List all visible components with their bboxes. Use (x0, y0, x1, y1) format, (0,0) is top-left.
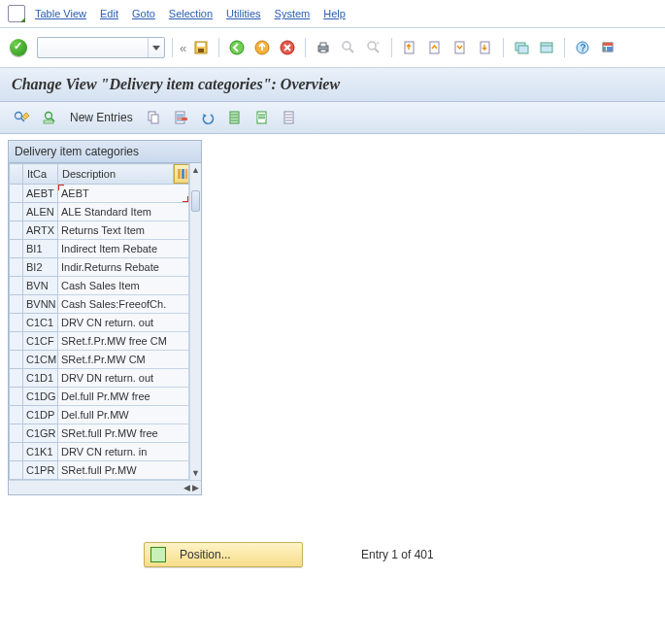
print-button[interactable] (313, 37, 334, 58)
row-selector[interactable] (10, 351, 23, 369)
cell-description[interactable]: DRV CN return. in (58, 443, 189, 461)
delete-button[interactable] (170, 107, 191, 128)
find-button[interactable] (338, 37, 359, 58)
menu-goto[interactable]: Goto (128, 8, 159, 19)
table-row[interactable]: ARTXReturns Text Item (10, 221, 189, 240)
cell-itca[interactable]: C1DG (23, 388, 58, 406)
customize-layout-button[interactable] (597, 37, 618, 58)
column-header-itca[interactable]: ItCa (23, 164, 58, 185)
row-selector[interactable] (10, 443, 23, 461)
enter-button[interactable] (10, 39, 27, 56)
row-selector[interactable] (10, 203, 23, 221)
table-row[interactable]: BVNCash Sales Item (10, 277, 189, 295)
new-entries-button[interactable]: New Entries (66, 111, 137, 124)
table-row[interactable]: C1GRSRet.full Pr.MW free (10, 424, 189, 443)
next-page-button[interactable] (449, 37, 471, 58)
cell-description[interactable]: SRet.full Pr.MW free (58, 424, 189, 443)
exit-button[interactable] (251, 37, 273, 58)
help-button[interactable]: ? (572, 37, 593, 58)
row-selector[interactable] (10, 185, 23, 203)
cell-itca[interactable]: C1CM (23, 351, 58, 369)
position-button[interactable]: Position... (144, 542, 303, 567)
cell-itca[interactable]: C1DP (23, 406, 58, 424)
horizontal-scrollbar[interactable]: ◀ ▶ (9, 480, 201, 494)
table-settings-button[interactable] (174, 164, 190, 184)
first-page-button[interactable] (399, 37, 420, 58)
table-row[interactable]: AEBTAEBT (10, 185, 189, 203)
cell-itca[interactable]: BI1 (23, 240, 58, 258)
table-row[interactable]: BVNNCash Sales:FreeofCh. (10, 295, 189, 314)
deselect-all-button[interactable] (279, 107, 300, 128)
cell-itca[interactable]: ALEN (23, 203, 58, 221)
cell-description[interactable]: SRet.f.Pr.MW free CM (58, 332, 189, 351)
menu-edit[interactable]: Edit (96, 8, 122, 19)
display-change-button[interactable] (12, 107, 33, 128)
table-row[interactable]: C1C1DRV CN return. out (10, 314, 189, 332)
cell-description[interactable]: Returns Text Item (58, 221, 189, 240)
cell-description[interactable]: DRV DN return. out (58, 369, 189, 388)
find-next-button[interactable]: + (363, 37, 384, 58)
table-row[interactable]: C1DGDel.full Pr.MW free (10, 388, 189, 406)
table-row[interactable]: C1D1DRV DN return. out (10, 369, 189, 388)
cell-itca[interactable]: AEBT (23, 185, 58, 203)
back-button[interactable] (226, 37, 248, 58)
vertical-scrollbar[interactable]: ▲ ▼ (189, 163, 201, 480)
row-selector[interactable] (10, 258, 23, 277)
row-selector[interactable] (10, 461, 23, 480)
menu-system[interactable]: System (271, 8, 315, 19)
cell-itca[interactable]: C1GR (23, 424, 58, 443)
row-selector[interactable] (10, 424, 23, 443)
menu-selection[interactable]: Selection (165, 8, 216, 19)
cell-description[interactable]: DRV CN return. out (58, 314, 189, 332)
generate-shortcut-button[interactable] (536, 37, 557, 58)
menu-utilities[interactable]: Utilities (222, 8, 264, 19)
cell-description[interactable]: AEBT (58, 185, 189, 203)
row-selector[interactable] (10, 332, 23, 351)
undo-button[interactable] (197, 107, 218, 128)
new-session-button[interactable] (511, 37, 532, 58)
cancel-button[interactable] (277, 37, 298, 58)
cell-description[interactable]: SRet.f.Pr.MW CM (58, 351, 189, 369)
scroll-right-button[interactable]: ▶ (192, 483, 199, 492)
select-block-button[interactable] (251, 107, 273, 128)
column-header-description[interactable]: Description (58, 164, 174, 185)
scroll-thumb[interactable] (191, 190, 200, 212)
cell-description[interactable]: Del.full Pr.MW free (58, 388, 189, 406)
table-row[interactable]: C1CFSRet.f.Pr.MW free CM (10, 332, 189, 351)
command-field[interactable] (37, 37, 165, 58)
find-button-app[interactable] (39, 107, 60, 128)
row-selector[interactable] (10, 240, 23, 258)
row-selector[interactable] (10, 295, 23, 314)
cell-description[interactable]: Cash Sales Item (58, 277, 189, 295)
cell-description[interactable]: Indirect Item Rebate (58, 240, 189, 258)
cell-itca[interactable]: C1D1 (23, 369, 58, 388)
save-button[interactable] (190, 37, 212, 58)
table-row[interactable]: C1PRSRet.full Pr.MW (10, 461, 189, 480)
table-row[interactable]: C1DPDel.full Pr.MW (10, 406, 189, 424)
table-row[interactable]: C1K1DRV CN return. in (10, 443, 189, 461)
last-page-button[interactable] (475, 37, 496, 58)
cell-description[interactable]: ALE Standard Item (58, 203, 189, 221)
menu-table-view[interactable]: Table View (31, 8, 90, 19)
cell-itca[interactable]: C1K1 (23, 443, 58, 461)
command-field-dropdown[interactable] (148, 38, 164, 57)
window-menu-icon[interactable] (8, 5, 25, 22)
row-selector[interactable] (10, 221, 23, 240)
row-selector[interactable] (10, 314, 23, 332)
cell-itca[interactable]: C1C1 (23, 314, 58, 332)
cell-itca[interactable]: C1PR (23, 461, 58, 480)
cell-itca[interactable]: C1CF (23, 332, 58, 351)
cell-description[interactable]: SRet.full Pr.MW (58, 461, 189, 480)
row-selector[interactable] (10, 277, 23, 295)
row-selector-header[interactable] (10, 164, 23, 185)
prev-page-button[interactable] (424, 37, 446, 58)
scroll-left-button[interactable]: ◀ (183, 483, 190, 492)
scroll-down-button[interactable]: ▼ (190, 466, 201, 480)
menu-help[interactable]: Help (319, 8, 349, 19)
cell-description[interactable]: Cash Sales:FreeofCh. (58, 295, 189, 314)
row-selector[interactable] (10, 369, 23, 388)
cell-itca[interactable]: ARTX (23, 221, 58, 240)
table-row[interactable]: BI1Indirect Item Rebate (10, 240, 189, 258)
cell-itca[interactable]: BVNN (23, 295, 58, 314)
row-selector[interactable] (10, 388, 23, 406)
